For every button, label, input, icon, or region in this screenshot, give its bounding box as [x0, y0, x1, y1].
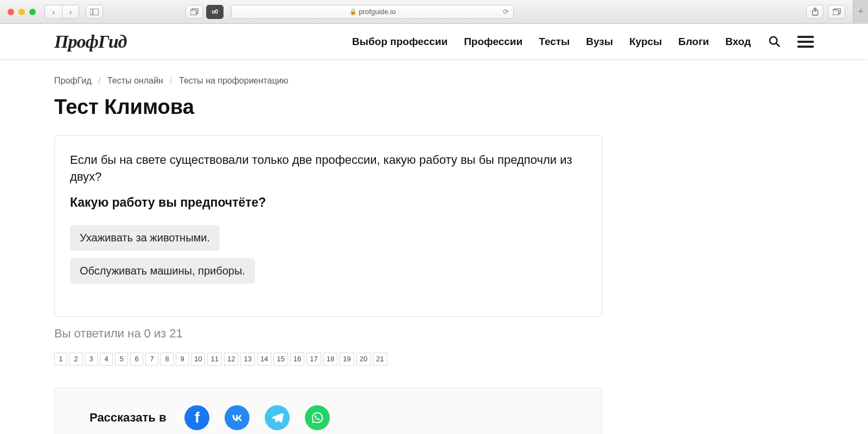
- svg-rect-7: [833, 10, 839, 15]
- pager-item-1[interactable]: 1: [54, 353, 67, 366]
- url-host: profguide.io: [359, 8, 396, 16]
- share-label: Рассказать в: [90, 411, 166, 425]
- answer-option-2[interactable]: Обслуживать машины, приборы.: [70, 258, 255, 284]
- pager-item-4[interactable]: 4: [100, 353, 113, 366]
- question-card: Если бы на свете существовали только две…: [54, 135, 602, 317]
- share-telegram-icon[interactable]: [265, 405, 290, 430]
- share-whatsapp-icon[interactable]: [305, 405, 330, 430]
- pager-item-5[interactable]: 5: [115, 353, 128, 366]
- pager-item-20[interactable]: 20: [356, 353, 371, 366]
- pager-item-16[interactable]: 16: [290, 353, 304, 366]
- tabs-button[interactable]: [828, 5, 845, 19]
- pager-item-9[interactable]: 9: [176, 353, 189, 366]
- minimize-window-icon[interactable]: [18, 9, 25, 15]
- close-window-icon[interactable]: [8, 9, 14, 15]
- pager-item-13[interactable]: 13: [240, 353, 254, 366]
- breadcrumb-separator: /: [170, 76, 172, 85]
- share-vk-icon[interactable]: [225, 405, 250, 430]
- address-bar[interactable]: 🔒 profguide.io ⟳: [231, 5, 514, 19]
- share-card: Рассказать в f: [54, 387, 602, 434]
- breadcrumb-home[interactable]: ПрофГид: [54, 76, 92, 85]
- nav-professions[interactable]: Профессии: [464, 36, 522, 48]
- search-icon[interactable]: [767, 35, 781, 49]
- nav-blogs[interactable]: Блоги: [678, 36, 709, 48]
- pager-item-11[interactable]: 11: [207, 353, 221, 366]
- pager-item-14[interactable]: 14: [257, 353, 271, 366]
- pager-item-12[interactable]: 12: [224, 353, 238, 366]
- breadcrumb-separator: /: [98, 76, 100, 85]
- reload-icon[interactable]: ⟳: [503, 8, 509, 16]
- back-button[interactable]: ‹: [44, 5, 62, 19]
- window-controls: [8, 9, 36, 15]
- main-content: ПрофГид / Тесты онлайн / Тесты на профор…: [0, 60, 760, 434]
- pager-item-21[interactable]: 21: [373, 353, 387, 366]
- nav-career-choice[interactable]: Выбор профессии: [352, 36, 448, 48]
- maximize-window-icon[interactable]: [29, 9, 36, 15]
- svg-rect-3: [190, 10, 196, 15]
- tab-overview-button[interactable]: [186, 5, 203, 19]
- svg-rect-0: [90, 9, 99, 15]
- pager-item-3[interactable]: 3: [85, 353, 98, 366]
- pager-item-17[interactable]: 17: [307, 353, 321, 366]
- main-nav: Выбор профессии Профессии Тесты Вузы Кур…: [352, 35, 814, 49]
- question-intro: Если бы на свете существовали только две…: [70, 152, 586, 186]
- sidebar-toggle-button[interactable]: [86, 5, 103, 19]
- adblock-extension-button[interactable]: u0: [206, 5, 224, 19]
- hamburger-menu-icon[interactable]: [797, 36, 814, 48]
- breadcrumb-tests[interactable]: Тесты онлайн: [107, 76, 163, 85]
- answer-option-1[interactable]: Ухаживать за животными.: [70, 225, 220, 251]
- share-button[interactable]: [806, 5, 824, 19]
- page-title: Тест Климова: [54, 95, 705, 119]
- pager-item-6[interactable]: 6: [130, 353, 143, 366]
- question-pager: 123456789101112131415161718192021: [54, 353, 705, 366]
- question-prompt: Какую работу вы предпочтёте?: [70, 195, 586, 210]
- nav-universities[interactable]: Вузы: [586, 36, 613, 48]
- share-facebook-icon[interactable]: f: [184, 405, 209, 430]
- new-tab-button[interactable]: +: [853, 0, 868, 24]
- nav-tests[interactable]: Тесты: [539, 36, 570, 48]
- breadcrumb: ПрофГид / Тесты онлайн / Тесты на профор…: [54, 76, 705, 86]
- pager-item-19[interactable]: 19: [340, 353, 354, 366]
- pager-item-10[interactable]: 10: [191, 353, 205, 366]
- nav-login[interactable]: Вход: [725, 36, 751, 48]
- svg-line-9: [776, 43, 780, 47]
- pager-item-15[interactable]: 15: [273, 353, 288, 366]
- pager-item-8[interactable]: 8: [161, 353, 174, 366]
- pager-item-7[interactable]: 7: [145, 353, 158, 366]
- site-logo[interactable]: ПрофГид: [54, 31, 126, 52]
- progress-text: Вы ответили на 0 из 21: [54, 327, 705, 341]
- site-header: ПрофГид Выбор профессии Профессии Тесты …: [0, 24, 868, 60]
- pager-item-18[interactable]: 18: [323, 353, 337, 366]
- nav-courses[interactable]: Курсы: [629, 36, 662, 48]
- browser-chrome: ‹ › u0 🔒 profguide.io ⟳ +: [0, 0, 868, 24]
- breadcrumb-current[interactable]: Тесты на профориентацию: [179, 76, 288, 85]
- nav-buttons: ‹ ›: [44, 5, 79, 19]
- forward-button[interactable]: ›: [62, 5, 79, 19]
- lock-icon: 🔒: [349, 8, 357, 15]
- svg-point-8: [769, 37, 776, 44]
- pager-item-2[interactable]: 2: [69, 353, 82, 366]
